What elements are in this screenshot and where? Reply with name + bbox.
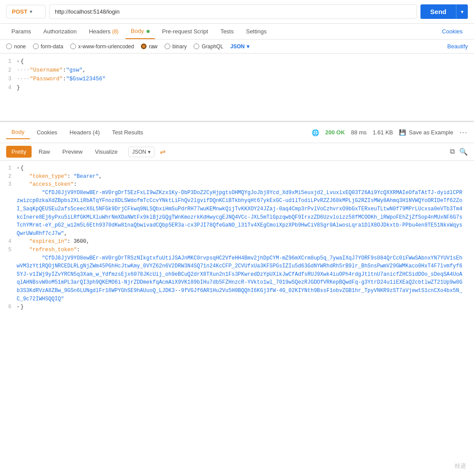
resp-subtab-raw[interactable]: Raw <box>33 146 55 158</box>
body-type-selector: none form-data x-www-form-urlencoded raw… <box>0 40 474 54</box>
search-icon[interactable]: 🔍 <box>459 148 468 156</box>
body-type-raw[interactable]: raw <box>141 43 157 50</box>
cookies-link[interactable]: Cookies <box>437 24 468 39</box>
response-tabs: Body Cookies Headers (4) Test Results <box>6 126 148 139</box>
body-dot-icon <box>147 30 150 33</box>
req-line-2: 2 ····"Username":"gsw", <box>0 66 474 75</box>
resp-json-label: JSON <box>132 149 146 155</box>
resp-line-5: 5 "refresh_token": "CfDJ8JjV9YO8ewBEr-mV… <box>0 246 474 303</box>
resp-subtab-visualize[interactable]: Visualize <box>90 146 123 158</box>
response-size: 1.61 KB <box>373 129 393 136</box>
resp-tab-test-results[interactable]: Test Results <box>107 126 148 139</box>
json-format-label: JSON <box>230 43 245 50</box>
response-subtabs: Pretty Raw Preview Visualize JSON ▾ ⇌ ⧉ … <box>0 143 474 161</box>
response-json-select[interactable]: JSON ▾ <box>128 147 154 157</box>
chevron-down-icon: ▾ <box>30 9 32 14</box>
req-line-3: 3 ····"Password":"$Gsw123456" <box>0 75 474 83</box>
response-header: Body Cookies Headers (4) Test Results 🌐 … <box>0 122 474 143</box>
tab-tests[interactable]: Tests <box>215 24 239 39</box>
body-type-urlencoded[interactable]: x-www-form-urlencoded <box>70 43 134 50</box>
save-icon: 💾 <box>399 129 406 136</box>
resp-tab-cookies[interactable]: Cookies <box>32 126 63 139</box>
response-action-icons: ⧉ 🔍 <box>450 148 468 156</box>
method-label: POST <box>12 8 27 15</box>
tab-body[interactable]: Body <box>126 24 155 39</box>
resp-line-6: 6 ▾} <box>0 303 474 311</box>
method-select[interactable]: POST ▾ <box>6 5 46 18</box>
response-status-area: 🌐 200 OK 88 ms 1.61 KB 💾 Save as Example… <box>312 129 468 137</box>
copy-icon[interactable]: ⧉ <box>450 148 455 156</box>
resp-tab-headers[interactable]: Headers (4) <box>65 126 105 139</box>
resp-line-4: 4 "expires_in": 3600, <box>0 238 474 246</box>
url-bar: POST ▾ Send ▾ <box>0 0 474 24</box>
response-section: Body Cookies Headers (4) Test Results 🌐 … <box>0 122 474 315</box>
headers-badge: (8) <box>112 29 118 35</box>
globe-icon: 🌐 <box>312 129 319 136</box>
req-line-4: 4 } <box>0 83 474 92</box>
tab-pre-request-script[interactable]: Pre-request Script <box>157 24 213 39</box>
request-body-editor[interactable]: 1 ▾{ 2 ····"Username":"gsw", 3 ····"Pass… <box>0 54 474 122</box>
send-btn-group: Send ▾ <box>420 4 468 19</box>
body-type-graphql[interactable]: GraphQL <box>194 43 223 50</box>
send-dropdown-button[interactable]: ▾ <box>456 4 468 19</box>
tab-params[interactable]: Params <box>6 24 36 39</box>
wrap-toggle-icon[interactable]: ⇌ <box>160 148 165 156</box>
save-example-button[interactable]: 💾 Save as Example <box>399 129 453 136</box>
json-format-select[interactable]: JSON ▾ <box>230 43 249 50</box>
resp-subtab-pretty[interactable]: Pretty <box>6 146 32 158</box>
body-type-binary[interactable]: binary <box>165 43 187 50</box>
tab-headers[interactable]: Headers (8) <box>84 24 124 39</box>
tab-authorization[interactable]: Authorization <box>38 24 82 39</box>
tab-settings[interactable]: Settings <box>241 24 272 39</box>
beautify-button[interactable]: Beautify <box>447 43 468 50</box>
resp-line-3: 3 "access_token": "CfDJ8JjV9YO8ewBEr-mV0… <box>0 180 474 238</box>
more-options-button[interactable]: ··· <box>460 129 468 137</box>
response-status-code: 200 OK <box>325 129 345 136</box>
resp-tab-body[interactable]: Body <box>6 126 30 139</box>
request-tabs: Params Authorization Headers (8) Body Pr… <box>0 24 474 40</box>
send-button[interactable]: Send <box>420 4 456 19</box>
response-time: 88 ms <box>351 129 366 136</box>
resp-line-2: 2 "token_type": "Bearer", <box>0 173 474 181</box>
json-chevron-icon: ▾ <box>247 43 249 50</box>
response-body-viewer[interactable]: 1 ▾{ 2 "token_type": "Bearer", 3 "access… <box>0 161 474 315</box>
url-input[interactable] <box>49 4 417 19</box>
save-example-label: Save as Example <box>409 129 453 136</box>
req-line-1: 1 ▾{ <box>0 57 474 66</box>
resp-json-chevron-icon: ▾ <box>148 149 151 155</box>
body-type-form-data[interactable]: form-data <box>33 43 63 50</box>
body-type-none[interactable]: none <box>6 43 26 50</box>
resp-subtab-preview[interactable]: Preview <box>57 146 88 158</box>
resp-line-1: 1 ▾{ <box>0 164 474 173</box>
